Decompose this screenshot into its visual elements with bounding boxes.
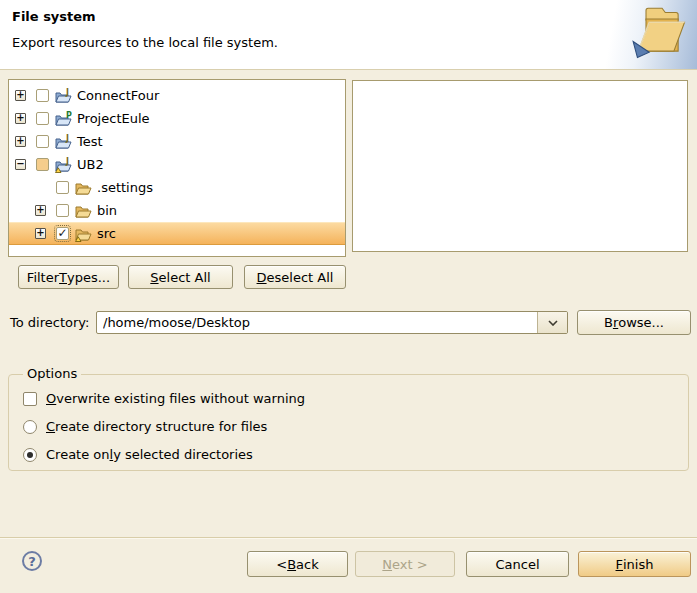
svg-text:P: P [66,111,72,120]
svg-text:J: J [65,88,69,97]
directory-combo[interactable] [96,311,568,334]
filter-types-button[interactable]: Filter Types... [18,265,119,289]
expander-icon[interactable]: + [15,113,26,124]
browse-button[interactable]: Browse... [577,310,691,335]
help-button[interactable]: ? [22,551,42,571]
back-button[interactable]: < Back [247,551,348,577]
folder-icon [75,180,92,196]
chevron-down-icon [548,320,558,326]
tree-row-settings[interactable]: .settings [9,176,345,199]
java-project-icon: J [55,134,72,150]
folder-warning-icon [75,226,92,242]
tree-row-projecteule[interactable]: + P ProjectEule [9,107,345,130]
svg-text:J: J [65,134,69,143]
file-list-panel[interactable] [352,80,688,252]
overwrite-label: Overwrite existing files without warning [46,391,305,406]
checkbox[interactable] [56,227,69,240]
expander-icon[interactable]: + [15,136,26,147]
checkbox[interactable] [36,89,49,102]
export-folder-icon [631,4,691,64]
cancel-button[interactable]: Cancel [466,551,569,577]
expander-icon[interactable]: − [15,159,26,170]
tree-row-src[interactable]: + src [9,222,345,245]
to-directory-label: To directory: [10,315,89,330]
tree-item-label: ProjectEule [77,111,150,126]
select-all-button[interactable]: Select All [128,265,233,289]
checkbox[interactable] [36,112,49,125]
expander-icon[interactable]: + [35,205,46,216]
options-group-title: Options [23,366,81,381]
options-group: Options Overwrite existing files without… [8,374,689,471]
java-project-icon: J [55,88,72,104]
expander-spacer [35,182,46,193]
tree-item-label: src [97,226,116,241]
tree-item-label: Test [77,134,103,149]
create-structure-radio[interactable] [23,420,37,434]
tree-item-label: bin [97,203,117,218]
tree-row-bin[interactable]: + bin [9,199,345,222]
create-structure-label: Create directory structure for files [46,419,267,434]
expander-icon[interactable]: + [15,90,26,101]
page-subtitle: Export resources to the local file syste… [12,35,278,50]
create-selected-label: Create only selected directories [46,447,253,462]
wizard-header: File system Export resources to the loca… [0,0,697,70]
tree-item-label: UB2 [77,157,104,172]
tree-item-label: .settings [97,180,153,195]
footer-separator [0,537,697,538]
create-selected-radio[interactable] [23,448,37,462]
tree-row-connectfour[interactable]: + J ConnectFour [9,84,345,107]
tree-row-test[interactable]: + J Test [9,130,345,153]
tree-item-label: ConnectFour [77,88,159,103]
finish-button[interactable]: Finish [578,551,691,577]
java-project-warning-icon: J [55,157,72,173]
expander-icon[interactable]: + [35,228,46,239]
tree-row-ub2[interactable]: − J UB2 [9,153,345,176]
checkbox[interactable] [36,158,49,171]
page-title: File system [12,9,96,24]
deselect-all-button[interactable]: Deselect All [244,265,346,289]
overwrite-checkbox[interactable] [23,392,37,406]
next-button: Next > [355,551,455,577]
checkbox[interactable] [56,204,69,217]
banner-graphic [567,0,697,69]
combo-dropdown-button[interactable] [537,312,567,333]
svg-text:J: J [65,157,69,166]
project-p-icon: P [55,111,72,127]
resource-tree[interactable]: + J ConnectFour + P ProjectEule + J Test… [8,79,346,257]
directory-input[interactable] [97,312,537,333]
folder-icon [75,203,92,219]
checkbox[interactable] [36,135,49,148]
checkbox[interactable] [56,181,69,194]
